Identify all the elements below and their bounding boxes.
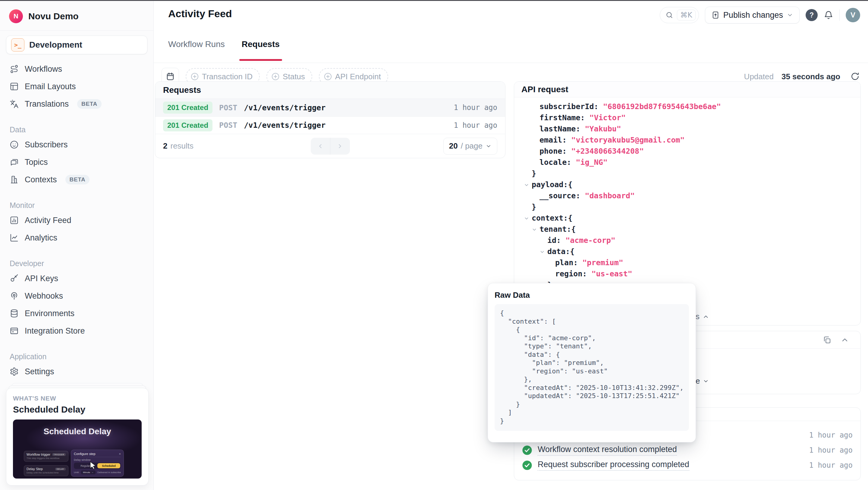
search-button[interactable]: ⌘K [660,7,699,23]
help-button[interactable]: ? [806,9,818,21]
promo-node-subtitle: This step triggers this workflow [27,457,66,460]
raw-line: } [500,400,684,409]
next-page-button[interactable] [330,138,350,155]
sidebar-item-contexts[interactable]: Contexts BETA [0,171,153,188]
check-circle-icon [522,445,532,455]
dropdown-label-fragment: e [695,376,700,386]
raw-line: "context": [ [500,317,684,326]
copy-icon[interactable] [823,335,832,344]
page-size-value: 20 [449,141,458,151]
workflows-icon [10,64,19,73]
refresh-icon[interactable] [850,72,860,81]
raw-line: "updatedAt": "2025-10-13T17:25:51.421Z" [500,392,684,400]
code-line: region: "us-east" [514,268,861,279]
sidebar-item-analytics[interactable]: Analytics [0,229,153,246]
sidebar-item-label: Contexts [25,175,57,184]
plus-circle-icon [324,72,332,81]
sidebar-item-label: Email Layouts [25,82,76,91]
whats-new-promo-image: Scheduled Delay Workflow trigger TRIGGER… [13,420,142,479]
code-line: context:{ [514,212,861,224]
requests-footer: 2 results 20 / page [155,134,505,158]
search-shortcut: ⌘K [677,10,695,21]
raw-data-tooltip: Raw Data { "context": [ { "id": "acme-co… [488,283,696,442]
raw-line: "id": "acme-corp", [500,334,684,342]
webhook-icon [10,292,19,301]
request-row[interactable]: 201 Created POST /v1/events/trigger 1 ho… [155,116,505,134]
promo-until-select: Minute [81,470,96,474]
plus-circle-icon [271,72,280,81]
collapse-icon[interactable] [524,182,532,188]
collapse-section-control[interactable]: s [695,312,709,321]
notifications-bell-icon[interactable] [824,10,833,20]
sidebar-item-settings[interactable]: Settings [0,363,153,380]
promo-toggle: Regular Scheduled [74,463,121,469]
topics-icon [10,158,19,167]
request-time: 1 hour ago [454,103,498,112]
code-line: data:{ [514,246,861,257]
raw-line: ] [500,408,684,417]
detail-dropdown-control[interactable]: e [695,376,709,386]
environment-selector[interactable]: >_ Development [6,36,147,54]
environment-label: Development [29,40,82,50]
topbar-actions: ⌘K Publish changes ? V [660,7,860,24]
tab-requests[interactable]: Requests [242,39,280,61]
sidebar-item-activity-feed[interactable]: Activity Feed [0,212,153,229]
sidebar-item-label: Analytics [25,233,57,243]
sidebar-item-api-keys[interactable]: API Keys [0,270,153,287]
collapse-icon[interactable] [532,227,539,232]
sidebar-item-translations[interactable]: Translations BETA [0,95,153,113]
sidebar-item-webhooks[interactable]: Webhooks [0,287,153,305]
subscribers-icon [10,140,19,149]
collapse-icon[interactable] [524,216,532,221]
chevron-down-icon [486,143,492,149]
sidebar-item-label: Translations [25,99,69,109]
org-switcher[interactable]: N Novu Demo [0,1,153,23]
activity-feed-icon [10,216,19,225]
code-line: payload:{ [514,179,861,190]
beta-badge: BETA [77,99,101,109]
whats-new-card[interactable]: WHAT'S NEW Scheduled Delay Scheduled Del… [6,388,149,486]
code-line: email: "victoryakubu5@gmail.com" [514,134,861,146]
org-name: Novu Demo [28,11,79,21]
close-icon: × [119,452,121,456]
whats-new-title: Scheduled Delay [13,404,142,415]
promo-workflow-trigger-node: Workflow trigger TRIGGER This step trigg… [24,451,68,462]
code-line: lastName: "Yakubu" [514,123,861,134]
cursor-icon [89,461,97,469]
avatar[interactable]: V [846,8,860,22]
promo-delay-step-node: Delay Step DELAY Delay until the schedul… [24,465,68,476]
topbar-divider [839,9,840,21]
code-line: phone: "+2348066344208" [514,146,861,157]
raw-line: "plan": "premium", [500,359,684,367]
promo-node-subtitle: Delay until the scheduled time [27,471,66,474]
sidebar-item-workflows[interactable]: Workflows [0,60,153,78]
collapse-label-fragment: s [695,312,700,321]
prev-page-button[interactable] [311,138,330,155]
raw-data-code: { "context": [ { "id": "acme-corp", "typ… [495,304,689,431]
chevron-up-icon[interactable] [841,336,849,344]
log-label[interactable]: Workflow context resolution completed [538,445,677,456]
sidebar-item-label: Activity Feed [25,216,71,225]
request-row[interactable]: 201 Created POST /v1/events/trigger 1 ho… [155,99,505,116]
page-size-select[interactable]: 20 / page [443,138,497,155]
header-divider [154,63,868,63]
sidebar-item-integration-store[interactable]: Integration Store [0,322,153,340]
sidebar-item-topics[interactable]: Topics [0,153,153,171]
log-row: Workflow context resolution completed 1 … [514,443,861,458]
publish-changes-button[interactable]: Publish changes [705,7,800,24]
plus-circle-icon [190,72,199,81]
promo-node-badge: DELAY [55,468,66,470]
log-time: 1 hour ago [809,431,853,439]
collapse-icon[interactable] [539,249,547,255]
promo-toggle-scheduled: Scheduled [97,463,120,468]
log-label[interactable]: Request subscriber processing completed [538,460,689,471]
promo-section-label: Delay window [74,458,121,461]
filter-label: API Endpoint [335,72,381,81]
sidebar-item-subscribers[interactable]: Subscribers [0,136,153,153]
http-method: POST [219,121,237,130]
beta-badge: BETA [65,175,90,184]
sidebar-item-environments[interactable]: Environments [0,305,153,322]
sidebar-item-email-layouts[interactable]: Email Layouts [0,78,153,95]
tab-workflow-runs[interactable]: Workflow Runs [168,39,225,61]
raw-line: { [500,326,684,334]
